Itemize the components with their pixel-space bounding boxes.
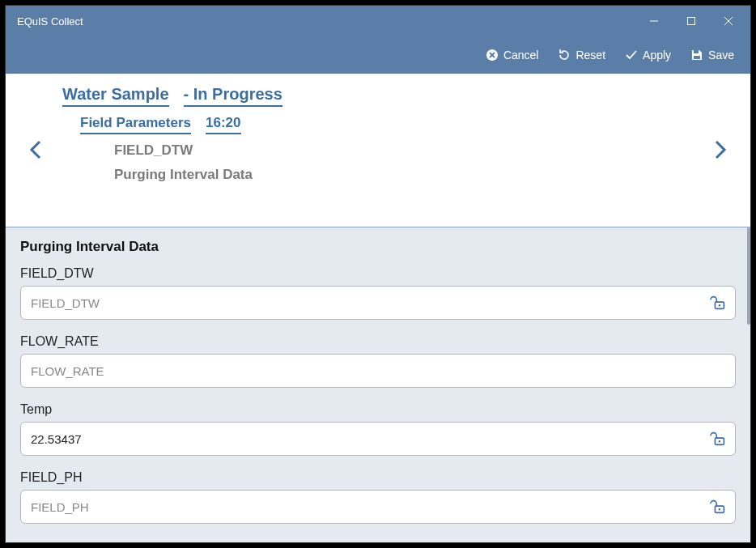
cancel-label: Cancel: [503, 49, 539, 62]
breadcrumb-time[interactable]: 16:20: [206, 115, 240, 134]
chevron-left-icon: [28, 138, 45, 161]
cancel-button[interactable]: Cancel: [478, 44, 547, 66]
input-wrap: [20, 354, 736, 388]
field-label: FLOW_RATE: [20, 334, 736, 349]
input-wrap: [20, 490, 736, 524]
lock-toggle[interactable]: [709, 497, 728, 516]
save-button[interactable]: Save: [682, 44, 742, 66]
lock-toggle[interactable]: [709, 429, 728, 448]
breadcrumb-row-2: Field Parameters 16:20: [62, 115, 702, 134]
panel-title: Purging Interval Data: [20, 239, 736, 255]
breadcrumb-purging: Purging Interval Data: [98, 167, 702, 183]
app-window: EQuIS Collect Cancel Reset Apply: [5, 5, 751, 543]
temp-input[interactable]: [21, 423, 735, 455]
breadcrumb-params[interactable]: Field Parameters: [80, 115, 191, 134]
field-ph-input[interactable]: [21, 491, 735, 523]
field-label: FIELD_PH: [20, 470, 736, 485]
apply-button[interactable]: Apply: [617, 44, 679, 66]
svg-rect-1: [688, 18, 695, 25]
field-field-dtw: FIELD_DTW: [20, 266, 736, 320]
flow-rate-input[interactable]: [21, 355, 735, 387]
input-wrap: [20, 286, 736, 320]
reset-button[interactable]: Reset: [550, 44, 614, 66]
window-title: EQuIS Collect: [17, 15, 83, 28]
minimize-button[interactable]: [635, 9, 673, 33]
breadcrumb-row-1: Water Sample - In Progress: [62, 85, 702, 107]
scrollbar-thumb[interactable]: [747, 227, 750, 325]
breadcrumb-nav: Water Sample - In Progress Field Paramet…: [6, 74, 750, 227]
field-label: Temp: [20, 402, 736, 417]
apply-label: Apply: [643, 49, 671, 62]
lock-open-icon: [710, 498, 728, 516]
svg-point-12: [719, 440, 720, 442]
apply-icon: [625, 49, 638, 62]
cancel-icon: [486, 49, 499, 62]
reset-label: Reset: [575, 49, 605, 62]
form-panel: Purging Interval Data FIELD_DTW FLOW_RAT…: [6, 227, 750, 542]
svg-rect-8: [694, 56, 700, 59]
nav-next-button[interactable]: [708, 138, 731, 161]
lock-open-icon: [710, 294, 728, 312]
breadcrumb-row-3: FIELD_DTW Purging Interval Data: [62, 142, 702, 183]
close-button[interactable]: [710, 9, 747, 33]
save-icon: [690, 49, 703, 62]
input-wrap: [20, 422, 736, 456]
field-label: FIELD_DTW: [20, 266, 736, 281]
svg-rect-7: [694, 50, 699, 53]
svg-point-14: [719, 508, 720, 510]
svg-point-10: [719, 304, 720, 306]
nav-prev-button[interactable]: [25, 138, 48, 161]
field-temp: Temp: [20, 402, 736, 456]
lock-open-icon: [710, 430, 728, 448]
field-field-ph: FIELD_PH: [20, 470, 736, 524]
reset-icon: [558, 49, 571, 62]
breadcrumb-status[interactable]: - In Progress: [184, 85, 282, 107]
toolbar: Cancel Reset Apply Save: [6, 36, 750, 74]
lock-toggle[interactable]: [709, 293, 728, 312]
maximize-button[interactable]: [673, 9, 710, 33]
chevron-right-icon: [711, 138, 728, 161]
titlebar: EQuIS Collect: [6, 6, 750, 36]
save-label: Save: [708, 49, 734, 62]
window-controls: [635, 9, 747, 33]
field-dtw-input[interactable]: [21, 287, 735, 319]
breadcrumb-sample[interactable]: Water Sample: [62, 85, 169, 107]
field-flow-rate: FLOW_RATE: [20, 334, 736, 388]
breadcrumb-field-dtw: FIELD_DTW: [98, 142, 702, 159]
